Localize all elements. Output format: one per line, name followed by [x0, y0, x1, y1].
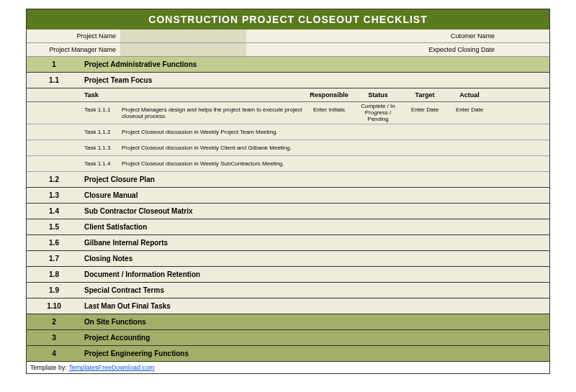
task-id: Task 1.1.4 — [81, 156, 122, 171]
section-header: 3Project Accounting — [27, 330, 549, 346]
customer-name-value[interactable] — [499, 29, 549, 42]
subsection-header: 1.3Closure Manual — [27, 188, 549, 204]
footer-link[interactable]: TemplatesFreeDownload.com — [68, 364, 154, 371]
task-target[interactable]: Enter Date — [402, 102, 447, 124]
subsection-header: 1.5Client Satisfaction — [27, 219, 549, 235]
task-row: Task 1.1.1 Project Managers design and h… — [27, 102, 549, 124]
col-actual: Actual — [447, 88, 492, 101]
subsection-number: 1.1 — [27, 73, 81, 88]
document-title: CONSTRUCTION PROJECT CLOSEOUT CHECKLIST — [27, 9, 549, 29]
footer: Template by: TemplatesFreeDownload.com — [27, 362, 549, 373]
section-header: 4Project Engineering Functions — [27, 346, 549, 362]
task-desc: Project Closeout discussion in Weekly Pr… — [122, 124, 305, 140]
task-responsible[interactable]: Enter Initials — [305, 102, 354, 124]
subsection-header: 1.2Project Closure Plan — [27, 172, 549, 188]
closing-date-label: Expected Closing Date — [398, 43, 499, 56]
subsection-header: 1.8Document / Information Retention — [27, 267, 549, 283]
subsection-header: 1.6Gilbane Internal Reports — [27, 235, 549, 251]
closing-date-value[interactable] — [499, 43, 549, 56]
task-id: Task 1.1.1 — [81, 102, 122, 124]
subsection-1-1-header: 1.1 Project Team Focus — [27, 73, 549, 88]
task-row: Task 1.1.2 Project Closeout discussion i… — [27, 124, 549, 140]
info-row-1: Project Name Cutomer Name — [27, 29, 549, 43]
subsection-header: 1.10Last Man Out Final Tasks — [27, 298, 549, 314]
task-desc: Project Closeout discussion in Weekly Su… — [122, 156, 305, 171]
col-status: Status — [354, 88, 402, 101]
subsection-header: 1.4Sub Contractor Closeout Matrix — [27, 204, 549, 219]
subsection-header: 1.7Closing Notes — [27, 251, 549, 267]
subsection-title: Project Team Focus — [81, 73, 549, 88]
footer-prefix: Template by: — [30, 364, 68, 371]
info-row-2: Project Manager Name Expected Closing Da… — [27, 43, 549, 57]
col-task: Task — [81, 88, 305, 101]
subsection-header: 1.9Special Contract Terms — [27, 283, 549, 298]
task-id: Task 1.1.2 — [81, 124, 122, 140]
col-target: Target — [402, 88, 447, 101]
task-desc: Project Managers design and helps the pr… — [122, 102, 305, 124]
project-name-label: Project Name — [27, 29, 120, 42]
task-desc: Project Closeout discussion in Weekly Cl… — [122, 140, 305, 155]
section-1-header: 1 Project Administrative Functions — [27, 57, 549, 73]
section-number: 1 — [27, 57, 81, 72]
section-title: Project Administrative Functions — [81, 57, 549, 72]
checklist-sheet: CONSTRUCTION PROJECT CLOSEOUT CHECKLIST … — [26, 9, 550, 374]
col-responsible: Responsible — [305, 88, 354, 101]
task-actual[interactable]: Enter Date — [447, 102, 492, 124]
customer-name-label: Cutomer Name — [398, 29, 499, 42]
task-id: Task 1.1.3 — [81, 140, 122, 155]
column-headers: Task Responsible Status Target Actual — [27, 88, 549, 102]
task-row: Task 1.1.4 Project Closeout discussion i… — [27, 156, 549, 172]
task-status[interactable]: Complete / In Progress / Pending — [354, 102, 402, 124]
project-manager-label: Project Manager Name — [27, 43, 120, 56]
project-manager-value[interactable] — [120, 43, 246, 56]
task-row: Task 1.1.3 Project Closeout discussion i… — [27, 140, 549, 156]
section-header: 2On Site Functions — [27, 314, 549, 330]
project-name-value[interactable] — [120, 29, 246, 42]
